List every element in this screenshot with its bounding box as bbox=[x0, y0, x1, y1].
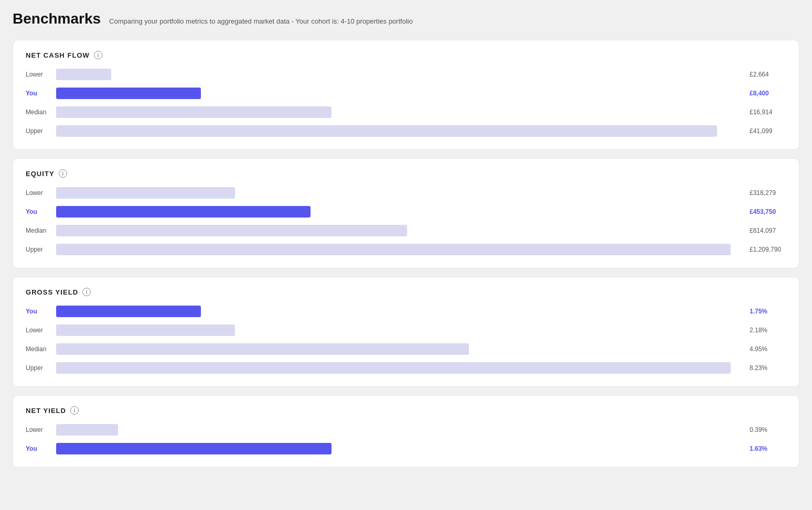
bar-fill-net-cash-flow-0 bbox=[56, 69, 111, 80]
bar-label-net-yield-1: You bbox=[26, 445, 56, 452]
bar-row-gross-yield-3: Upper8.23% bbox=[26, 362, 786, 374]
bar-container-net-cash-flow-0 bbox=[56, 69, 744, 80]
bar-value-gross-yield-2: 4.95% bbox=[750, 345, 786, 353]
bar-label-equity-2: Median bbox=[26, 227, 56, 234]
page-container: Benchmarks Comparing your portfolio metr… bbox=[0, 0, 812, 486]
bar-fill-net-cash-flow-2 bbox=[56, 106, 332, 118]
bar-fill-net-yield-0 bbox=[56, 424, 118, 436]
page-header: Benchmarks Comparing your portfolio metr… bbox=[13, 10, 799, 27]
bar-container-net-yield-1 bbox=[56, 443, 744, 454]
section-header-equity: EQUITYi bbox=[26, 169, 786, 178]
bar-row-equity-0: Lower£318,279 bbox=[26, 187, 786, 199]
bar-value-net-yield-1: 1.63% bbox=[750, 445, 786, 452]
bar-fill-net-yield-1 bbox=[56, 443, 332, 454]
bar-row-equity-2: Median£614,097 bbox=[26, 225, 786, 236]
bar-container-equity-0 bbox=[56, 187, 744, 199]
bar-container-net-cash-flow-1 bbox=[56, 88, 744, 99]
bar-fill-equity-1 bbox=[56, 206, 311, 218]
bar-value-net-yield-0: 0.39% bbox=[750, 426, 786, 433]
bar-value-equity-3: £1,209,790 bbox=[750, 246, 786, 253]
info-icon-net-yield[interactable]: i bbox=[70, 406, 79, 415]
bar-row-net-yield-1: You1.63% bbox=[26, 443, 786, 454]
info-icon-gross-yield[interactable]: i bbox=[82, 288, 91, 296]
bar-label-equity-3: Upper bbox=[26, 246, 56, 253]
bar-container-net-yield-0 bbox=[56, 424, 744, 436]
bar-label-net-cash-flow-2: Median bbox=[26, 108, 56, 116]
bar-label-gross-yield-0: You bbox=[26, 308, 56, 315]
bar-fill-net-cash-flow-1 bbox=[56, 88, 201, 99]
bar-label-gross-yield-2: Median bbox=[26, 345, 56, 353]
bar-value-net-cash-flow-1: £8,400 bbox=[750, 90, 786, 97]
section-gross-yield: GROSS YIELDiYou1.75%Lower2.18%Median4.95… bbox=[13, 277, 799, 387]
bar-fill-equity-3 bbox=[56, 244, 731, 255]
bar-fill-gross-yield-1 bbox=[56, 324, 235, 336]
section-net-yield: NET YIELDiLower0.39%You1.63% bbox=[13, 395, 799, 468]
bar-fill-gross-yield-0 bbox=[56, 306, 201, 317]
bar-value-net-cash-flow-2: £16,914 bbox=[750, 108, 786, 116]
bar-label-gross-yield-3: Upper bbox=[26, 364, 56, 372]
sections-container: NET CASH FLOWiLower£2,664You£8,400Median… bbox=[13, 40, 799, 468]
bar-fill-equity-2 bbox=[56, 225, 407, 236]
section-net-cash-flow: NET CASH FLOWiLower£2,664You£8,400Median… bbox=[13, 40, 799, 150]
bar-row-gross-yield-2: Median4.95% bbox=[26, 343, 786, 355]
bar-fill-gross-yield-3 bbox=[56, 362, 731, 374]
page-subtitle: Comparing your portfolio metrics to aggr… bbox=[109, 17, 413, 25]
bar-label-net-yield-0: Lower bbox=[26, 426, 56, 433]
info-icon-equity[interactable]: i bbox=[59, 169, 67, 178]
bar-value-gross-yield-1: 2.18% bbox=[750, 327, 786, 334]
bar-row-equity-3: Upper£1,209,790 bbox=[26, 244, 786, 255]
bar-row-net-cash-flow-3: Upper£41,099 bbox=[26, 125, 786, 137]
bar-row-net-cash-flow-1: You£8,400 bbox=[26, 88, 786, 99]
bar-row-net-cash-flow-2: Median£16,914 bbox=[26, 106, 786, 118]
bar-value-gross-yield-3: 8.23% bbox=[750, 364, 786, 372]
bar-container-gross-yield-0 bbox=[56, 306, 744, 317]
page-title: Benchmarks bbox=[13, 10, 101, 27]
bar-value-net-cash-flow-0: £2,664 bbox=[750, 71, 786, 78]
bar-container-equity-3 bbox=[56, 244, 744, 255]
bar-value-gross-yield-0: 1.75% bbox=[750, 308, 786, 315]
info-icon-net-cash-flow[interactable]: i bbox=[94, 51, 102, 59]
bar-value-net-cash-flow-3: £41,099 bbox=[750, 127, 786, 135]
bar-label-net-cash-flow-1: You bbox=[26, 90, 56, 97]
bar-label-gross-yield-1: Lower bbox=[26, 327, 56, 334]
bar-label-equity-0: Lower bbox=[26, 189, 56, 197]
bar-row-gross-yield-0: You1.75% bbox=[26, 306, 786, 317]
section-header-net-yield: NET YIELDi bbox=[26, 406, 786, 415]
bar-fill-net-cash-flow-3 bbox=[56, 125, 717, 137]
bar-row-net-cash-flow-0: Lower£2,664 bbox=[26, 69, 786, 80]
bar-label-equity-1: You bbox=[26, 208, 56, 215]
bar-row-gross-yield-1: Lower2.18% bbox=[26, 324, 786, 336]
section-title-net-cash-flow: NET CASH FLOW bbox=[26, 51, 90, 59]
section-equity: EQUITYiLower£318,279You£453,750Median£61… bbox=[13, 158, 799, 268]
bar-row-equity-1: You£453,750 bbox=[26, 206, 786, 218]
section-header-net-cash-flow: NET CASH FLOWi bbox=[26, 51, 786, 59]
bar-container-gross-yield-1 bbox=[56, 324, 744, 336]
bar-container-equity-1 bbox=[56, 206, 744, 218]
bar-container-net-cash-flow-2 bbox=[56, 106, 744, 118]
bar-container-net-cash-flow-3 bbox=[56, 125, 744, 137]
bar-label-net-cash-flow-0: Lower bbox=[26, 71, 56, 78]
bar-container-equity-2 bbox=[56, 225, 744, 236]
bar-fill-equity-0 bbox=[56, 187, 235, 199]
bar-label-net-cash-flow-3: Upper bbox=[26, 127, 56, 135]
bar-container-gross-yield-3 bbox=[56, 362, 744, 374]
bar-row-net-yield-0: Lower0.39% bbox=[26, 424, 786, 436]
section-title-net-yield: NET YIELD bbox=[26, 407, 66, 415]
section-title-gross-yield: GROSS YIELD bbox=[26, 288, 78, 296]
bar-value-equity-2: £614,097 bbox=[750, 227, 786, 234]
section-header-gross-yield: GROSS YIELDi bbox=[26, 288, 786, 296]
bar-value-equity-1: £453,750 bbox=[750, 208, 786, 215]
bar-value-equity-0: £318,279 bbox=[750, 189, 786, 197]
bar-fill-gross-yield-2 bbox=[56, 343, 469, 355]
section-title-equity: EQUITY bbox=[26, 170, 55, 178]
bar-container-gross-yield-2 bbox=[56, 343, 744, 355]
